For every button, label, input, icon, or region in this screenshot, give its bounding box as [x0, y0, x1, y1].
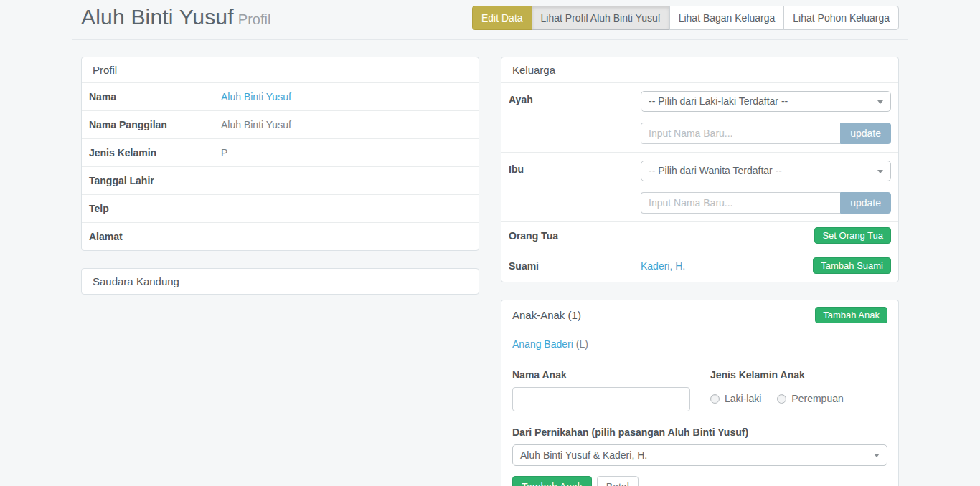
ayah-controls: -- Pilih dari Laki-laki Terdaftar -- upd… [641, 91, 891, 144]
ibu-update-button[interactable]: update [840, 192, 891, 214]
anak-anak-header: Anak-Anak (1) Tambah Anak [501, 300, 898, 330]
pernikahan-select[interactable]: Aluh Binti Yusuf & Kaderi, H. [512, 444, 887, 466]
row-label: Jenis Kelamin [89, 147, 221, 158]
radio-perempuan-label: Perempuan [791, 393, 843, 404]
ayah-select-value: -- Pilih dari Laki-laki Terdaftar -- [649, 95, 788, 107]
ibu-select-value: -- Pilih dari Wanita Terdaftar -- [649, 165, 782, 176]
row-label: Nama [89, 91, 221, 103]
keluarga-panel-title: Keluarga [501, 57, 898, 82]
lihat-profil-button[interactable]: Lihat Profil Aluh Binti Yusuf [532, 6, 670, 30]
lihat-bagan-keluarga-button[interactable]: Lihat Bagan Keluarga [669, 6, 785, 30]
right-column: Keluarga Ayah -- Pilih dari Laki-laki Te… [501, 57, 899, 486]
table-row: Jenis Kelamin P [82, 138, 479, 166]
orang-tua-label: Orang Tua [509, 230, 641, 242]
list-item: Anang Baderi(L) [501, 330, 898, 358]
radio-laki-laki-label: Laki-laki [725, 393, 761, 404]
table-row: Tanggal Lahir [82, 166, 479, 194]
suami-link[interactable]: Kaderi, H. [641, 260, 813, 272]
nama-anak-input[interactable] [512, 387, 690, 411]
table-row: Alamat [82, 222, 479, 250]
chevron-down-icon [874, 454, 880, 457]
profil-panel-title: Profil [82, 57, 479, 82]
row-label: Telp [89, 203, 221, 214]
anak-anak-panel: Anak-Anak (1) Tambah Anak Anang Baderi(L… [501, 300, 899, 486]
pernikahan-label: Dari Pernikahan (pilih pasangan Aluh Bin… [512, 427, 887, 438]
radio-icon [710, 394, 720, 404]
table-row: Telp [82, 194, 479, 222]
lihat-pohon-keluarga-button[interactable]: Lihat Pohon Keluarga [783, 6, 899, 30]
table-row: Nama Aluh Binti Yusuf [82, 82, 479, 110]
ayah-update-button[interactable]: update [840, 123, 891, 144]
ayah-label: Ayah [509, 91, 641, 144]
tambah-anak-submit-button[interactable]: Tambah Anak [512, 476, 592, 486]
row-label: Nama Panggilan [89, 119, 221, 130]
left-column: Profil Nama Aluh Binti Yusuf Nama Panggi… [81, 57, 479, 486]
child-link[interactable]: Anang Baderi [512, 338, 573, 350]
page-title: Aluh Binti Yusuf [81, 5, 234, 29]
batal-button[interactable]: Batal [597, 476, 639, 486]
radio-laki-laki[interactable]: Laki-laki [710, 393, 761, 404]
nama-link[interactable]: Aluh Binti Yusuf [221, 91, 471, 103]
page-header: Aluh Binti YusufProfil Edit Data Lihat P… [81, 0, 899, 30]
chevron-down-icon [877, 170, 883, 173]
tambah-anak-header-button[interactable]: Tambah Anak [815, 307, 887, 323]
pernikahan-field: Dari Pernikahan (pilih pasangan Aluh Bin… [512, 427, 887, 466]
orang-tua-row: Orang Tua Set Orang Tua [501, 221, 898, 249]
chevron-down-icon [877, 100, 883, 104]
header-divider [72, 39, 908, 40]
table-row: Nama Panggilan Aluh Binti Yusuf [82, 110, 479, 138]
suami-label: Suami [509, 260, 641, 272]
saudara-kandung-title: Saudara Kandung [82, 269, 479, 294]
pernikahan-select-value: Aluh Binti Yusuf & Kaderi, H. [520, 449, 647, 461]
row-value: P [221, 147, 471, 158]
edit-data-button[interactable]: Edit Data [472, 6, 532, 30]
anak-anak-title: Anak-Anak (1) [512, 309, 581, 321]
nama-anak-field: Nama Anak [512, 369, 710, 411]
ayah-new-name-input[interactable] [641, 123, 840, 144]
saudara-kandung-panel: Saudara Kandung [81, 268, 479, 295]
page-container: Aluh Binti YusufProfil Edit Data Lihat P… [70, 0, 910, 486]
view-toolbar: Edit Data Lihat Profil Aluh Binti Yusuf … [472, 6, 899, 30]
ayah-input-group: update [641, 123, 891, 144]
set-orang-tua-button[interactable]: Set Orang Tua [814, 227, 891, 244]
ayah-row: Ayah -- Pilih dari Laki-laki Terdaftar -… [501, 82, 898, 152]
radio-perempuan[interactable]: Perempuan [777, 393, 843, 404]
row-label: Tanggal Lahir [89, 175, 221, 186]
form-buttons: Tambah Anak Batal [512, 476, 887, 486]
ibu-select[interactable]: -- Pilih dari Wanita Terdaftar -- [641, 161, 891, 181]
orang-tua-actions: Set Orang Tua [641, 227, 891, 244]
keluarga-panel: Keluarga Ayah -- Pilih dari Laki-laki Te… [501, 57, 899, 282]
suami-content: Kaderi, H. Tambah Suami [641, 257, 891, 274]
ibu-row: Ibu -- Pilih dari Wanita Terdaftar -- up… [501, 152, 898, 221]
row-label: Alamat [89, 231, 221, 242]
ibu-label: Ibu [509, 161, 641, 214]
row-value: Aluh Binti Yusuf [221, 119, 471, 130]
tambah-suami-button[interactable]: Tambah Suami [813, 257, 891, 274]
radio-icon [777, 394, 786, 404]
gender-radio-group: Laki-laki Perempuan [710, 393, 887, 404]
page-subtitle: Profil [238, 11, 271, 27]
ayah-select[interactable]: -- Pilih dari Laki-laki Terdaftar -- [641, 91, 891, 112]
jenis-kelamin-anak-label: Jenis Kelamin Anak [710, 369, 887, 381]
child-gender-suffix: (L) [576, 338, 588, 350]
suami-row: Suami Kaderi, H. Tambah Suami [501, 249, 898, 282]
jenis-kelamin-field: Jenis Kelamin Anak Laki-laki Perempuan [710, 369, 887, 411]
ibu-new-name-input[interactable] [641, 192, 840, 214]
page-title-block: Aluh Binti YusufProfil [81, 5, 270, 29]
nama-anak-label: Nama Anak [512, 369, 710, 381]
ibu-controls: -- Pilih dari Wanita Terdaftar -- update [641, 161, 891, 214]
profil-panel: Profil Nama Aluh Binti Yusuf Nama Panggi… [81, 57, 479, 251]
ibu-input-group: update [641, 192, 891, 214]
add-child-form: Nama Anak Jenis Kelamin Anak Laki-laki [501, 358, 898, 486]
